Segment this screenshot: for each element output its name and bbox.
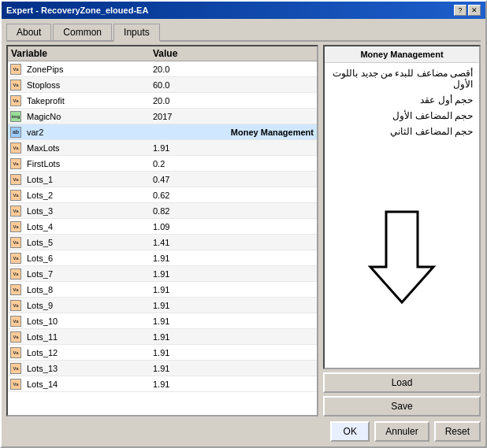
table-row: Va Lots_10 1.91 bbox=[8, 313, 317, 329]
icon-cell: Va bbox=[8, 298, 24, 313]
icon-cell: Va bbox=[8, 376, 24, 392]
table-row: Va Takeprofit 20.0 bbox=[8, 93, 317, 109]
main-window: Expert - RecoveryZone_eloued-EA ? ✕ Abou… bbox=[0, 0, 487, 448]
tab-inputs[interactable]: Inputs bbox=[113, 24, 160, 42]
var-name: Lots_3 bbox=[24, 206, 150, 216]
reset-button[interactable]: Reset bbox=[434, 421, 481, 442]
icon-cell: Va bbox=[8, 235, 24, 250]
var-name: var2 bbox=[24, 128, 150, 137]
table-row: Va Lots_5 1.41 bbox=[8, 235, 317, 250]
section-label: Money Management bbox=[150, 128, 317, 137]
var-name: Lots_8 bbox=[24, 285, 150, 294]
var-name: Lots_11 bbox=[24, 332, 150, 342]
var-value[interactable]: 0.47 bbox=[150, 175, 317, 184]
var-value[interactable]: 0.82 bbox=[150, 206, 317, 216]
money-management-header: Money Management bbox=[325, 46, 479, 63]
var-value[interactable]: 0.62 bbox=[150, 191, 317, 200]
arrow-container bbox=[325, 142, 479, 368]
var-value[interactable]: 1.91 bbox=[150, 285, 317, 294]
var-value[interactable]: 1.91 bbox=[150, 254, 317, 263]
save-button[interactable]: Save bbox=[323, 396, 481, 417]
var-value[interactable]: 60.0 bbox=[150, 80, 317, 90]
var-value[interactable]: 1.91 bbox=[150, 301, 317, 310]
arabic-line-4: حجم المضاعف الثاني bbox=[328, 124, 476, 139]
right-content-panel: Money Management أقصى مضاعف للبدء من جدي… bbox=[323, 45, 481, 369]
help-button[interactable]: ? bbox=[454, 5, 467, 16]
table-row-section: ab var2 Money Management bbox=[8, 124, 317, 140]
window-title: Expert - RecoveryZone_eloued-EA bbox=[6, 6, 148, 15]
table-row: Va Lots_11 1.91 bbox=[8, 329, 317, 345]
table-row: Va Stoploss 60.0 bbox=[8, 77, 317, 93]
table-row: Va Lots_13 1.91 bbox=[8, 361, 317, 376]
arabic-descriptions: أقصى مضاعف للبدء من جديد باللوت الأول حج… bbox=[325, 63, 479, 142]
table-row: Va Lots_7 1.91 bbox=[8, 266, 317, 282]
var-name: Lots_10 bbox=[24, 317, 150, 326]
icon-cell: ab bbox=[8, 124, 24, 140]
var-name: Lots_5 bbox=[24, 238, 150, 247]
tab-common[interactable]: Common bbox=[53, 24, 112, 40]
var-name: Lots_4 bbox=[24, 222, 150, 231]
window-body: About Common Inputs Variable Value Va Zo… bbox=[2, 19, 485, 446]
var-name: Lots_6 bbox=[24, 254, 150, 263]
table-row: Va ZonePips 20.0 bbox=[8, 61, 317, 77]
table-row: Va Lots_1 0.47 bbox=[8, 172, 317, 187]
table-body[interactable]: Va ZonePips 20.0 Va Stoploss 60.0 Va Tak… bbox=[8, 61, 317, 415]
var-name: ZonePips bbox=[24, 65, 150, 74]
table-row: Va Lots_3 0.82 bbox=[8, 203, 317, 219]
icon-cell: img bbox=[8, 109, 24, 124]
table-row: img MagicNo 2017 bbox=[8, 109, 317, 124]
close-button[interactable]: ✕ bbox=[468, 5, 481, 16]
icon-cell: Va bbox=[8, 172, 24, 187]
var-value[interactable]: 2017 bbox=[150, 112, 317, 121]
icon-cell: Va bbox=[8, 156, 24, 172]
table-row: Va Lots_2 0.62 bbox=[8, 187, 317, 203]
arabic-line-2: حجم أول عقد bbox=[328, 93, 476, 107]
table-row: Va Lots_14 1.91 bbox=[8, 376, 317, 392]
ok-button[interactable]: OK bbox=[330, 421, 370, 442]
var-name: Lots_12 bbox=[24, 348, 150, 357]
table-row: Va Lots_9 1.91 bbox=[8, 298, 317, 313]
title-bar: Expert - RecoveryZone_eloued-EA ? ✕ bbox=[2, 2, 485, 19]
down-arrow-icon bbox=[359, 204, 445, 306]
load-button[interactable]: Load bbox=[323, 372, 481, 393]
var-value[interactable]: 20.0 bbox=[150, 65, 317, 74]
var-name: Takeprofit bbox=[24, 96, 150, 106]
icon-cell: Va bbox=[8, 93, 24, 109]
icon-cell: Va bbox=[8, 203, 24, 219]
col-value-header: Value bbox=[153, 48, 314, 59]
var-value[interactable]: 1.91 bbox=[150, 143, 317, 153]
svg-marker-0 bbox=[370, 212, 433, 302]
var-name: Lots_1 bbox=[24, 175, 150, 184]
var-value[interactable]: 1.91 bbox=[150, 364, 317, 373]
arabic-line-1: أقصى مضاعف للبدء من جديد باللوت الأول bbox=[328, 66, 476, 91]
var-name: Lots_13 bbox=[24, 364, 150, 373]
tab-about[interactable]: About bbox=[6, 24, 51, 40]
title-bar-buttons: ? ✕ bbox=[454, 5, 481, 16]
var-value[interactable]: 0.2 bbox=[150, 159, 317, 168]
col-variable-header: Variable bbox=[11, 48, 153, 59]
var-name: MaxLots bbox=[24, 143, 150, 153]
var-name: Lots_7 bbox=[24, 269, 150, 279]
right-panel: Money Management أقصى مضاعف للبدء من جدي… bbox=[323, 45, 481, 417]
var-value[interactable]: 1.91 bbox=[150, 348, 317, 357]
var-value[interactable]: 1.91 bbox=[150, 380, 317, 389]
table-row: Va Lots_12 1.91 bbox=[8, 345, 317, 361]
var-name: MagicNo bbox=[24, 112, 150, 121]
var-value[interactable]: 1.09 bbox=[150, 222, 317, 231]
table-row: Va Lots_4 1.09 bbox=[8, 219, 317, 235]
var-value[interactable]: 1.91 bbox=[150, 269, 317, 279]
var-name: Lots_14 bbox=[24, 380, 150, 389]
icon-cell: Va bbox=[8, 313, 24, 329]
var-value[interactable]: 1.91 bbox=[150, 317, 317, 326]
var-value[interactable]: 1.41 bbox=[150, 238, 317, 247]
tab-bar: About Common Inputs bbox=[6, 24, 481, 42]
icon-cell: Va bbox=[8, 140, 24, 156]
table-row: Va Lots_6 1.91 bbox=[8, 250, 317, 266]
cancel-button[interactable]: Annuler bbox=[374, 421, 429, 442]
arabic-line-3: حجم المضاعف الأول bbox=[328, 109, 476, 123]
bottom-buttons: OK Annuler Reset bbox=[6, 421, 481, 442]
var-value[interactable]: 20.0 bbox=[150, 96, 317, 106]
var-value[interactable]: 1.91 bbox=[150, 332, 317, 342]
table-row: Va MaxLots 1.91 bbox=[8, 140, 317, 156]
right-panel-buttons: Load Save bbox=[323, 372, 481, 417]
